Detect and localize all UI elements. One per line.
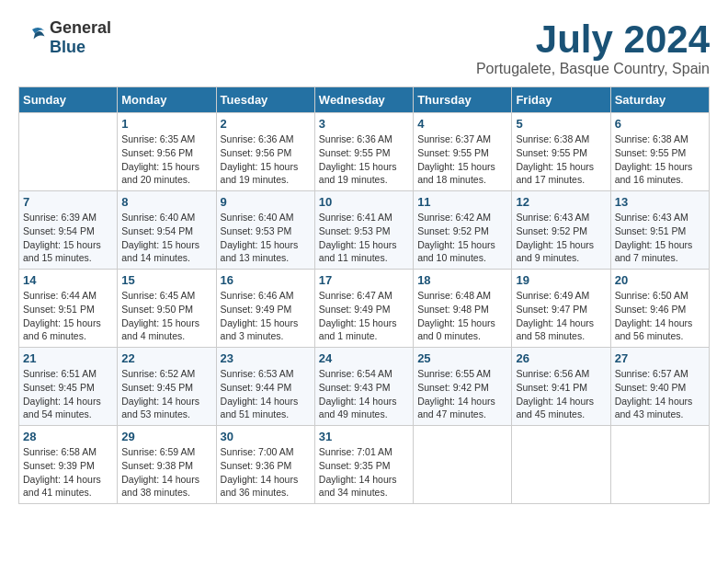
weekday-header: Sunday <box>19 87 118 113</box>
cell-text: Sunrise: 6:40 AM Sunset: 9:53 PM Dayligh… <box>221 211 311 265</box>
day-number: 6 <box>615 117 705 131</box>
sunrise-text: Sunrise: 6:53 AM <box>221 368 294 379</box>
calendar-cell: 25 Sunrise: 6:55 AM Sunset: 9:42 PM Dayl… <box>414 348 512 426</box>
day-number: 29 <box>121 430 211 443</box>
cell-text: Sunrise: 6:44 AM Sunset: 9:51 PM Dayligh… <box>23 289 113 343</box>
calendar-cell: 31 Sunrise: 7:01 AM Sunset: 9:35 PM Dayl… <box>314 426 413 504</box>
calendar-cell: 12 Sunrise: 6:43 AM Sunset: 9:52 PM Dayl… <box>512 191 610 270</box>
sunset-text: Sunset: 9:46 PM <box>615 304 687 315</box>
day-number: 16 <box>221 273 311 287</box>
calendar-cell: 8 Sunrise: 6:40 AM Sunset: 9:54 PM Dayli… <box>118 191 216 270</box>
calendar-week-row: 1 Sunrise: 6:35 AM Sunset: 9:56 PM Dayli… <box>19 113 710 191</box>
daylight-text: Daylight: 14 hours and 58 minutes. <box>516 317 594 342</box>
sunset-text: Sunset: 9:52 PM <box>516 225 587 236</box>
sunrise-text: Sunrise: 6:58 AM <box>23 446 97 457</box>
daylight-text: Daylight: 15 hours and 3 minutes. <box>221 317 299 342</box>
sunrise-text: Sunrise: 6:47 AM <box>319 290 392 301</box>
sunset-text: Sunset: 9:43 PM <box>319 382 391 393</box>
sunrise-text: Sunrise: 6:39 AM <box>23 212 97 223</box>
logo-text: General Blue <box>50 18 111 57</box>
calendar-cell: 30 Sunrise: 7:00 AM Sunset: 9:36 PM Dayl… <box>216 426 314 504</box>
daylight-text: Daylight: 14 hours and 51 minutes. <box>221 396 299 420</box>
day-number: 15 <box>121 273 211 287</box>
calendar-cell <box>19 113 118 191</box>
daylight-text: Daylight: 15 hours and 16 minutes. <box>615 161 693 186</box>
cell-text: Sunrise: 6:57 AM Sunset: 9:40 PM Dayligh… <box>615 367 705 421</box>
sunset-text: Sunset: 9:49 PM <box>221 304 292 315</box>
calendar-table: SundayMondayTuesdayWednesdayThursdayFrid… <box>18 86 710 504</box>
sunrise-text: Sunrise: 6:54 AM <box>319 368 392 379</box>
sunrise-text: Sunrise: 6:44 AM <box>23 290 97 301</box>
daylight-text: Daylight: 15 hours and 19 minutes. <box>221 161 299 186</box>
weekday-header: Wednesday <box>314 87 413 113</box>
calendar-cell: 5 Sunrise: 6:38 AM Sunset: 9:55 PM Dayli… <box>512 113 610 191</box>
daylight-text: Daylight: 15 hours and 1 minute. <box>319 317 397 342</box>
cell-text: Sunrise: 6:40 AM Sunset: 9:54 PM Dayligh… <box>121 211 211 265</box>
sunrise-text: Sunrise: 6:51 AM <box>23 368 97 379</box>
weekday-header: Thursday <box>414 87 512 113</box>
calendar-cell: 29 Sunrise: 6:59 AM Sunset: 9:38 PM Dayl… <box>118 426 216 504</box>
calendar-cell: 17 Sunrise: 6:47 AM Sunset: 9:49 PM Dayl… <box>314 270 413 348</box>
daylight-text: Daylight: 14 hours and 36 minutes. <box>221 474 299 499</box>
daylight-text: Daylight: 15 hours and 15 minutes. <box>23 239 101 264</box>
calendar-cell: 19 Sunrise: 6:49 AM Sunset: 9:47 PM Dayl… <box>512 270 610 348</box>
cell-text: Sunrise: 6:56 AM Sunset: 9:41 PM Dayligh… <box>516 367 606 421</box>
svg-rect-0 <box>18 24 46 52</box>
day-number: 28 <box>23 430 113 443</box>
cell-text: Sunrise: 6:53 AM Sunset: 9:44 PM Dayligh… <box>221 367 311 421</box>
day-number: 11 <box>417 195 507 209</box>
cell-text: Sunrise: 6:38 AM Sunset: 9:55 PM Dayligh… <box>615 132 705 187</box>
sunset-text: Sunset: 9:56 PM <box>121 147 193 158</box>
daylight-text: Daylight: 15 hours and 9 minutes. <box>516 239 594 264</box>
daylight-text: Daylight: 14 hours and 53 minutes. <box>121 396 199 420</box>
day-number: 17 <box>319 273 409 287</box>
sunrise-text: Sunrise: 6:49 AM <box>516 290 589 301</box>
sunrise-text: Sunrise: 6:56 AM <box>516 368 589 379</box>
cell-text: Sunrise: 6:36 AM Sunset: 9:56 PM Dayligh… <box>221 132 311 187</box>
cell-text: Sunrise: 6:35 AM Sunset: 9:56 PM Dayligh… <box>121 132 211 187</box>
calendar-week-row: 14 Sunrise: 6:44 AM Sunset: 9:51 PM Dayl… <box>19 270 710 348</box>
daylight-text: Daylight: 14 hours and 38 minutes. <box>121 474 199 499</box>
daylight-text: Daylight: 15 hours and 7 minutes. <box>615 239 693 264</box>
daylight-text: Daylight: 15 hours and 11 minutes. <box>319 239 397 264</box>
sunset-text: Sunset: 9:51 PM <box>23 304 95 315</box>
header: General Blue July 2024 Portugalete, Basq… <box>18 18 710 77</box>
sunrise-text: Sunrise: 6:36 AM <box>221 133 294 144</box>
calendar-cell <box>414 426 512 504</box>
daylight-text: Daylight: 15 hours and 20 minutes. <box>121 161 199 186</box>
sunset-text: Sunset: 9:45 PM <box>121 382 193 393</box>
month-title: July 2024 <box>476 18 710 61</box>
daylight-text: Daylight: 14 hours and 49 minutes. <box>319 396 397 420</box>
cell-text: Sunrise: 6:50 AM Sunset: 9:46 PM Dayligh… <box>615 289 705 343</box>
sunrise-text: Sunrise: 6:55 AM <box>417 368 491 379</box>
calendar-cell: 13 Sunrise: 6:43 AM Sunset: 9:51 PM Dayl… <box>610 191 709 270</box>
cell-text: Sunrise: 6:52 AM Sunset: 9:45 PM Dayligh… <box>121 367 211 421</box>
calendar-cell: 2 Sunrise: 6:36 AM Sunset: 9:56 PM Dayli… <box>216 113 314 191</box>
sunrise-text: Sunrise: 6:43 AM <box>615 212 688 223</box>
day-number: 1 <box>121 117 211 131</box>
calendar-cell: 21 Sunrise: 6:51 AM Sunset: 9:45 PM Dayl… <box>19 348 118 426</box>
sunset-text: Sunset: 9:55 PM <box>319 147 391 158</box>
sunrise-text: Sunrise: 7:01 AM <box>319 446 392 457</box>
cell-text: Sunrise: 7:00 AM Sunset: 9:36 PM Dayligh… <box>221 445 311 500</box>
daylight-text: Daylight: 15 hours and 6 minutes. <box>23 317 101 342</box>
day-number: 2 <box>221 117 311 131</box>
day-number: 20 <box>615 273 705 287</box>
weekday-header-row: SundayMondayTuesdayWednesdayThursdayFrid… <box>19 87 710 113</box>
logo: General Blue <box>18 18 111 57</box>
cell-text: Sunrise: 6:46 AM Sunset: 9:49 PM Dayligh… <box>221 289 311 343</box>
sunset-text: Sunset: 9:51 PM <box>615 225 687 236</box>
sunset-text: Sunset: 9:53 PM <box>319 225 391 236</box>
cell-text: Sunrise: 6:39 AM Sunset: 9:54 PM Dayligh… <box>23 211 113 265</box>
calendar-cell: 28 Sunrise: 6:58 AM Sunset: 9:39 PM Dayl… <box>19 426 118 504</box>
sunset-text: Sunset: 9:49 PM <box>319 304 391 315</box>
sunset-text: Sunset: 9:54 PM <box>121 225 193 236</box>
calendar-cell: 14 Sunrise: 6:44 AM Sunset: 9:51 PM Dayl… <box>19 270 118 348</box>
day-number: 12 <box>516 195 606 209</box>
calendar-cell: 10 Sunrise: 6:41 AM Sunset: 9:53 PM Dayl… <box>314 191 413 270</box>
calendar-week-row: 7 Sunrise: 6:39 AM Sunset: 9:54 PM Dayli… <box>19 191 710 270</box>
day-number: 3 <box>319 117 409 131</box>
day-number: 24 <box>319 351 409 365</box>
sunset-text: Sunset: 9:55 PM <box>417 147 489 158</box>
daylight-text: Daylight: 14 hours and 43 minutes. <box>615 396 693 420</box>
